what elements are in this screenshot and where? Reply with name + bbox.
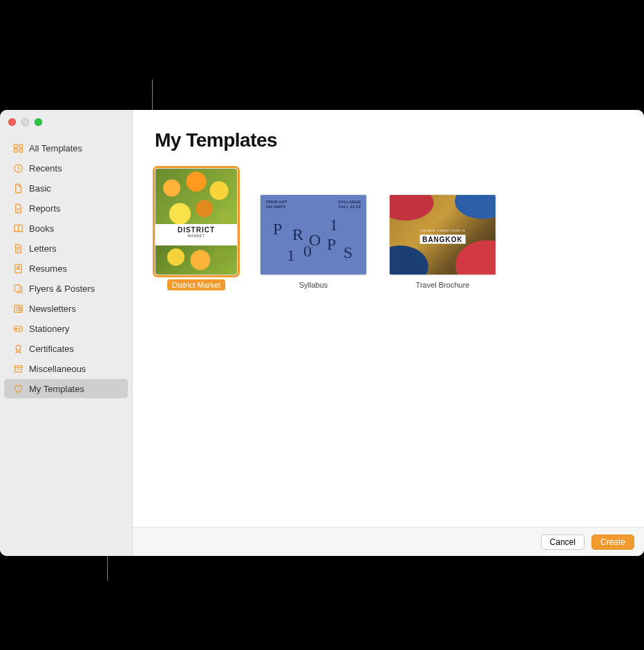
svg-rect-2 xyxy=(14,149,17,152)
template-thumbnail: PROP ART GD-10875 SYLLABUS FALL 21-22 P … xyxy=(260,194,367,275)
sidebar-item-label: Stationery xyxy=(29,324,70,334)
template-grid: DISTRICT MARKET District Market PROP ART… xyxy=(155,168,622,290)
sidebar-item-label: Books xyxy=(29,223,54,234)
thumb-text: PROP ART xyxy=(266,200,287,205)
sidebar-item-basic[interactable]: Basic xyxy=(4,178,128,198)
sidebar-item-label: Flyers & Posters xyxy=(29,284,95,294)
sidebar-item-letters[interactable]: Letters xyxy=(4,239,128,258)
archive-icon xyxy=(12,363,23,374)
ribbon-icon xyxy=(12,343,23,354)
thumbnail-subtitle: MARKET xyxy=(155,234,237,238)
zoom-window-button[interactable] xyxy=(35,118,42,126)
sidebar-item-label: Basic xyxy=(29,183,51,194)
sidebar-item-all-templates[interactable]: All Templates xyxy=(4,138,128,158)
svg-rect-9 xyxy=(19,308,21,310)
sidebar-item-label: All Templates xyxy=(29,143,82,154)
svg-point-11 xyxy=(15,328,17,329)
sidebar-item-flyers-posters[interactable]: Flyers & Posters xyxy=(4,279,128,298)
sidebar-item-resumes[interactable]: Resumes xyxy=(4,259,128,278)
document-icon xyxy=(12,183,23,194)
heart-icon xyxy=(12,383,23,394)
sidebar-item-label: Newsletters xyxy=(29,304,76,314)
sidebar-item-recents[interactable]: Recents xyxy=(4,158,128,178)
page-title: My Templates xyxy=(155,129,622,151)
main-content: My Templates DISTRICT MARKET District Ma… xyxy=(133,110,644,527)
layers-icon xyxy=(12,283,23,294)
cancel-button[interactable]: Cancel xyxy=(541,535,585,550)
template-thumbnail: DISTRICT MARKET xyxy=(155,168,238,275)
book-icon xyxy=(12,223,23,234)
template-label: District Market xyxy=(167,279,225,290)
grid-icon xyxy=(12,142,23,154)
template-thumbnail: THE BEST STREET FOOD IN BANGKOK xyxy=(389,194,496,275)
template-label: Travel Brochure xyxy=(411,279,475,290)
thumbnail-title-band: DISTRICT MARKET xyxy=(155,224,237,238)
thumbnail-title: DISTRICT xyxy=(178,226,215,234)
sidebar: All Templates Recents Basic Reports Book xyxy=(0,110,133,556)
sidebar-item-reports[interactable]: Reports xyxy=(4,198,128,218)
main-panel: My Templates DISTRICT MARKET District Ma… xyxy=(133,110,644,556)
thumb-pretitle: THE BEST STREET FOOD IN xyxy=(419,228,466,232)
clock-icon xyxy=(12,162,23,174)
svg-rect-7 xyxy=(15,284,20,290)
sidebar-item-label: Certificates xyxy=(29,344,74,354)
thumb-text: GD-10875 xyxy=(266,205,287,210)
sidebar-item-newsletters[interactable]: Newsletters xyxy=(4,299,128,318)
card-icon xyxy=(12,323,23,334)
sidebar-item-label: Resumes xyxy=(29,263,67,274)
template-travel-brochure[interactable]: THE BEST STREET FOOD IN BANGKOK Travel B… xyxy=(389,194,496,290)
sidebar-item-label: Recents xyxy=(29,163,62,174)
window-controls xyxy=(8,118,42,126)
sidebar-item-my-templates[interactable]: My Templates xyxy=(4,379,128,398)
thumb-text: FALL 21-22 xyxy=(339,205,361,210)
sidebar-item-label: Letters xyxy=(29,243,57,254)
close-window-button[interactable] xyxy=(8,118,16,126)
thumbnail-caption: THE BEST STREET FOOD IN BANGKOK xyxy=(419,228,466,244)
svg-rect-1 xyxy=(19,144,22,147)
newspaper-icon xyxy=(12,303,23,314)
svg-point-6 xyxy=(17,266,19,268)
person-icon xyxy=(12,263,23,274)
thumbnail-header-right: SYLLABUS FALL 21-22 xyxy=(339,200,361,209)
footer-bar: Cancel Create xyxy=(133,527,644,556)
template-syllabus[interactable]: PROP ART GD-10875 SYLLABUS FALL 21-22 P … xyxy=(260,194,367,290)
template-label: Syllabus xyxy=(294,279,333,290)
sidebar-item-stationery[interactable]: Stationery xyxy=(4,319,128,338)
thumbnail-header-left: PROP ART GD-10875 xyxy=(266,200,287,209)
document-icon xyxy=(12,203,23,214)
sidebar-item-certificates[interactable]: Certificates xyxy=(4,339,128,358)
svg-rect-13 xyxy=(14,365,21,367)
thumbnail-photo-bottom xyxy=(155,245,237,275)
template-chooser-window: All Templates Recents Basic Reports Book xyxy=(0,110,644,556)
thumb-text: SYLLABUS xyxy=(339,200,361,205)
minimize-window-button[interactable] xyxy=(21,118,29,126)
sidebar-item-label: Reports xyxy=(29,203,61,214)
thumb-city: BANGKOK xyxy=(419,234,466,243)
svg-rect-3 xyxy=(19,149,22,152)
sidebar-item-miscellaneous[interactable]: Miscellaneous xyxy=(4,359,128,378)
sidebar-item-label: Miscellaneous xyxy=(29,364,86,374)
svg-point-12 xyxy=(16,345,21,350)
sidebar-item-label: My Templates xyxy=(29,384,84,394)
sidebar-item-books[interactable]: Books xyxy=(4,219,128,238)
create-button[interactable]: Create xyxy=(591,535,634,550)
template-district-market[interactable]: DISTRICT MARKET District Market xyxy=(155,168,238,290)
document-icon xyxy=(12,243,23,254)
svg-rect-0 xyxy=(14,144,17,147)
